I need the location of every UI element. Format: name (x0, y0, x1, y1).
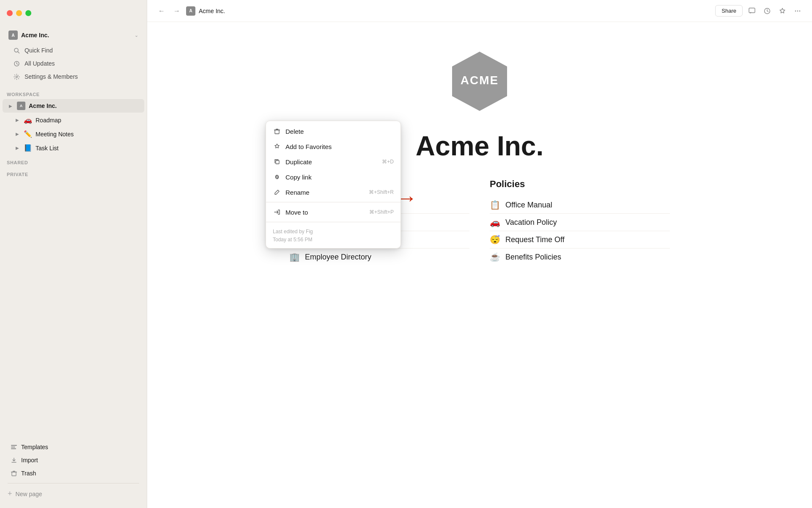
svg-rect-5 (11, 447, 15, 447)
star-icon (273, 142, 281, 151)
svg-rect-6 (11, 448, 16, 449)
sidebar-item-task-list[interactable]: ▶ 📘 Task List (3, 141, 144, 155)
sidebar-item-settings[interactable]: Settings & Members (8, 70, 139, 83)
move-to-shortcut: ⌘+Shift+P (369, 209, 394, 215)
svg-point-3 (16, 76, 17, 77)
sidebar-bottom: Templates Import Trash + (0, 440, 147, 501)
meeting-notes-emoji: ✏️ (24, 130, 32, 138)
svg-line-1 (18, 52, 19, 53)
sidebar-item-import[interactable]: Import (5, 454, 142, 467)
move-to-label: Move to (285, 209, 365, 216)
sidebar-divider (8, 483, 139, 483)
copy-link-label: Copy link (285, 174, 394, 181)
context-menu: Delete Add to Favorites Duplicate ⌘+D (266, 121, 401, 248)
sidebar-item-quick-find[interactable]: Quick Find (8, 44, 139, 57)
main-area: ← → A Acme Inc. Share (147, 0, 812, 508)
meeting-notes-label: Meeting Notes (36, 131, 139, 138)
context-menu-copy-link[interactable]: Copy link (266, 169, 401, 185)
office-manual-label: Office Manual (505, 201, 552, 210)
svg-rect-15 (275, 130, 279, 134)
private-section-label: PRIVATE (0, 167, 147, 179)
settings-label: Settings & Members (25, 73, 78, 80)
sidebar-item-trash[interactable]: Trash (5, 467, 142, 480)
context-menu-footer: Last edited by Fig Today at 5:56 PM (266, 224, 401, 246)
rename-label: Rename (285, 189, 365, 196)
expand-arrow-icon-meeting: ▶ (14, 131, 20, 137)
employee-dir-emoji: 🏢 (289, 252, 300, 262)
page-logo: ACME (446, 47, 513, 117)
forward-button[interactable]: → (171, 5, 183, 17)
acme-nav-label: Acme Inc. (29, 102, 139, 109)
context-menu-move-to[interactable]: Move to ⌘+Shift+P (266, 204, 401, 220)
benefits-label: Benefits Policies (505, 253, 561, 262)
sidebar-item-meeting-notes[interactable]: ▶ ✏️ Meeting Notes (3, 127, 144, 141)
topbar-breadcrumb: Acme Inc. (199, 8, 712, 14)
trash-label: Trash (21, 470, 36, 477)
list-item-vacation-policy[interactable]: 🚗 Vacation Policy (490, 214, 670, 231)
shared-section-label: SHARED (0, 155, 147, 167)
rename-icon (273, 188, 281, 196)
rename-shortcut: ⌘+Shift+R (369, 189, 394, 195)
quick-find-label: Quick Find (25, 47, 53, 54)
maximize-button[interactable] (25, 10, 31, 16)
duplicate-icon (273, 157, 281, 166)
favorite-button[interactable] (776, 5, 788, 17)
sidebar-item-templates[interactable]: Templates (5, 441, 142, 453)
workspace-switcher[interactable]: A Acme Inc. ⌄ (5, 28, 142, 42)
expand-arrow-icon-task: ▶ (14, 145, 20, 151)
list-item-benefits[interactable]: ☕ Benefits Policies (490, 248, 670, 265)
context-menu-add-favorites[interactable]: Add to Favorites (266, 139, 401, 154)
time-off-label: Request Time Off (505, 235, 565, 244)
back-button[interactable]: ← (156, 5, 167, 17)
expand-arrow-icon: ▶ (8, 103, 14, 109)
context-menu-footer-divider (266, 222, 401, 222)
context-menu-rename[interactable]: Rename ⌘+Shift+R (266, 185, 401, 200)
sidebar-item-all-updates[interactable]: All Updates (8, 57, 139, 70)
delete-label: Delete (285, 128, 394, 135)
task-list-emoji: 📘 (24, 144, 32, 152)
svg-point-10 (795, 10, 796, 11)
comments-button[interactable] (746, 5, 758, 17)
close-button[interactable] (7, 10, 13, 16)
svg-text:ACME: ACME (461, 74, 499, 87)
templates-icon (10, 443, 18, 451)
time-off-emoji: 😴 (490, 235, 500, 245)
context-menu-divider (266, 202, 401, 202)
office-manual-emoji: 📋 (490, 200, 500, 210)
context-menu-duplicate[interactable]: Duplicate ⌘+D (266, 154, 401, 169)
sidebar-item-roadmap[interactable]: ▶ 🚗 Roadmap (3, 113, 144, 127)
sidebar-item-acme[interactable]: ▶ A Acme Inc. (3, 99, 144, 113)
plus-icon: + (8, 489, 12, 498)
share-button[interactable]: Share (715, 5, 743, 17)
right-column-title: Policies (490, 179, 670, 190)
minimize-button[interactable] (16, 10, 22, 16)
list-item-request-time-off[interactable]: 😴 Request Time Off (490, 231, 670, 248)
move-icon (273, 208, 281, 216)
context-menu-delete[interactable]: Delete (266, 124, 401, 139)
acme-workspace-icon: A (17, 102, 25, 110)
task-list-label: Task List (36, 145, 139, 152)
svg-rect-16 (276, 160, 279, 164)
new-page-button[interactable]: + New page (3, 487, 144, 501)
history-button[interactable] (761, 5, 773, 17)
acme-logo-svg: ACME (446, 47, 513, 115)
templates-label: Templates (21, 444, 48, 450)
list-item-office-manual[interactable]: 📋 Office Manual (490, 196, 670, 214)
trash-icon (10, 469, 18, 477)
duplicate-shortcut: ⌘+D (382, 159, 394, 165)
page-icon: A (186, 6, 195, 16)
svg-point-12 (799, 10, 801, 11)
traffic-lights (5, 7, 142, 19)
search-icon (13, 47, 20, 54)
list-item-employee-directory[interactable]: 🏢 Employee Directory (289, 248, 469, 265)
topbar: ← → A Acme Inc. Share (147, 0, 812, 22)
link-icon (273, 173, 281, 181)
employee-dir-label: Employee Directory (305, 253, 371, 262)
more-options-button[interactable] (792, 5, 804, 17)
trash-icon (273, 127, 281, 135)
svg-rect-7 (12, 472, 16, 476)
page-content: ACME Acme Inc. Get Started 🔗 What's New … (147, 22, 812, 508)
last-edited-by: Last edited by Fig (273, 228, 394, 236)
vacation-policy-emoji: 🚗 (490, 217, 500, 227)
import-label: Import (21, 457, 38, 464)
